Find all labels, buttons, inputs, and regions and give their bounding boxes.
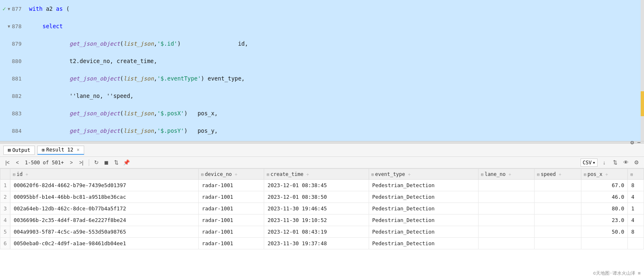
code-line: 879 get_json_object(list_json,'$.id') id… — [0, 35, 644, 52]
tab-result-close[interactable]: × — [77, 147, 80, 153]
col-pos-x[interactable]: ⊞pos_x ÷ — [581, 169, 628, 180]
col-id[interactable]: ⊞id ÷ — [10, 169, 199, 180]
refresh-btn[interactable]: ↻ — [92, 159, 101, 167]
code-line: 884 get_json_object(list_json,'$.posY') … — [0, 122, 644, 139]
code-scrollbar-thumb[interactable] — [641, 91, 644, 116]
table-row[interactable]: 1000620f6-82d4-4662-b79e-7439e5d01397rad… — [0, 180, 644, 191]
csv-chevron-icon: ▾ — [593, 160, 595, 166]
table-row[interactable]: 40036696b-2c35-4d4f-87ad-6e2227f8be24rad… — [0, 215, 644, 226]
tab-result-label: Result 12 — [46, 147, 73, 153]
csv-dropdown[interactable]: CSV ▾ — [581, 159, 598, 167]
cell-pos_x: 50.0 — [581, 226, 628, 238]
cell-speed — [535, 238, 581, 249]
cell-lane_no — [478, 191, 534, 203]
watermark: ©天地图·谭水火山泽 ≡ — [593, 270, 641, 276]
table-row[interactable]: 200095bbf-b1e4-46bb-bc81-a9518be36cacrad… — [0, 191, 644, 203]
cell-extra: 1 — [628, 203, 644, 215]
tab-output-label: Output — [12, 147, 30, 153]
table-row[interactable]: 3002a64eb-12db-462c-8dce-0b77b4a5f172rad… — [0, 203, 644, 215]
code-line: ▼878 select — [0, 17, 644, 35]
cell-lane_no — [478, 215, 534, 226]
cell-speed — [535, 226, 581, 238]
col-speed[interactable]: ⊞speed ÷ — [535, 169, 581, 180]
nav-first-btn[interactable]: |< — [3, 159, 12, 167]
code-content: get_json_object(list_json,'$.posY') pos_… — [25, 122, 218, 139]
code-content: get_json_object(list_json,'$.posX') pos_… — [25, 105, 218, 122]
tab-result[interactable]: ⊞ Result 12 × — [37, 146, 84, 155]
cell-create_time: 2023-11-30 19:10:52 — [264, 215, 369, 226]
code-content: with a2 as ( — [25, 0, 70, 17]
line-number: 880 — [0, 58, 25, 64]
cell-speed — [535, 180, 581, 191]
results-table: ⊞id ÷ ⊞device_no ÷ ⊞create_time ÷ ⊞event… — [0, 168, 644, 249]
filter-btn[interactable]: ⇅ — [112, 159, 121, 167]
toolbar-separator-1 — [89, 159, 89, 166]
col-lane-no[interactable]: ⊞lane_no ÷ — [478, 169, 534, 180]
cell-device_no: radar-1001 — [199, 226, 264, 238]
nav-next-btn[interactable]: > — [67, 159, 75, 167]
cell-extra — [628, 238, 644, 249]
cell-extra: 4 — [628, 191, 644, 203]
csv-label: CSV — [583, 160, 592, 166]
code-content: ''brand,''source_image, ''source_num, ''… — [25, 139, 356, 141]
line-fold-icon[interactable]: ▼ — [7, 7, 10, 11]
cell-create_time: 2023-11-30 19:46:45 — [264, 203, 369, 215]
cell-id: 0050eba0-c0c2-4d9f-a1ae-98461db04ee1 — [10, 238, 199, 249]
cell-create_time: 2023-12-01 08:38:50 — [264, 191, 369, 203]
data-table-container[interactable]: ⊞id ÷ ⊞device_no ÷ ⊞create_time ÷ ⊞event… — [0, 168, 644, 278]
result-icon: ⊞ — [42, 147, 45, 153]
line-number: 884 — [0, 128, 25, 134]
table-row[interactable]: 5004a9903-5f87-4c5c-a59e-553d50a98765rad… — [0, 226, 644, 238]
toolbar-right: CSV ▾ ↓ ⇅ 👁 ⚙ — [581, 159, 641, 167]
line-number: 882 — [0, 93, 25, 99]
cell-event_type: Pedestrian_Detection — [369, 226, 478, 238]
col-create-time[interactable]: ⊞create_time ÷ — [264, 169, 369, 180]
row-num-cell: 6 — [0, 238, 10, 249]
cell-speed — [535, 203, 581, 215]
cell-id: 000620f6-82d4-4662-b79e-7439e5d01397 — [10, 180, 199, 191]
cell-device_no: radar-1001 — [199, 238, 264, 249]
row-num-cell: 1 — [0, 180, 10, 191]
cell-lane_no — [478, 180, 534, 191]
pin-btn[interactable]: 📌 — [122, 159, 131, 167]
line-check-icon: ✓ — [2, 5, 6, 12]
line-fold-icon[interactable]: ▼ — [7, 24, 10, 29]
cell-device_no: radar-1001 — [199, 215, 264, 226]
row-num-cell: 4 — [0, 215, 10, 226]
cell-create_time: 2023-11-30 19:37:48 — [264, 238, 369, 249]
cell-event_type: Pedestrian_Detection — [369, 191, 478, 203]
tab-output[interactable]: ▤ Output — [3, 146, 35, 155]
code-scrollbar[interactable] — [641, 0, 644, 141]
col-event-type[interactable]: ⊞event_type ÷ — [369, 169, 478, 180]
page-range: 1-500 of 501+ — [23, 160, 66, 166]
cell-pos_x — [581, 238, 628, 249]
table-header: ⊞id ÷ ⊞device_no ÷ ⊞create_time ÷ ⊞event… — [0, 169, 644, 180]
nav-last-btn[interactable]: >| — [77, 159, 85, 167]
code-line: ✓▼877with a2 as ( — [0, 0, 644, 17]
results-toolbar: |< < 1-500 of 501+ > >| ↻ ◼ ⇅ 📌 CSV ▾ ↓ … — [0, 157, 644, 168]
cell-create_time: 2023-12-01 08:43:19 — [264, 226, 369, 238]
cell-pos_x: 46.0 — [581, 191, 628, 203]
code-line: 881 get_json_object(list_json,'$.eventTy… — [0, 70, 644, 87]
more-settings-btn[interactable]: ⚙ — [632, 159, 641, 167]
sort-btn[interactable]: ⇅ — [611, 159, 619, 167]
download-btn[interactable]: ↓ — [600, 159, 608, 167]
cell-pos_x: 67.0 — [581, 180, 628, 191]
cell-id: 004a9903-5f87-4c5c-a59e-553d50a98765 — [10, 226, 199, 238]
line-number: ✓▼877 — [0, 5, 25, 12]
code-line: 883 get_json_object(list_json,'$.posX') … — [0, 105, 644, 122]
cell-id: 002a64eb-12db-462c-8dce-0b77b4a5f172 — [10, 203, 199, 215]
cell-speed — [535, 191, 581, 203]
code-content: get_json_object(list_json,'$.id') id, — [25, 35, 248, 52]
line-number: 881 — [0, 76, 25, 82]
view-btn[interactable]: 👁 — [622, 159, 630, 167]
row-num-cell: 3 — [0, 203, 10, 215]
col-device-no[interactable]: ⊞device_no ÷ — [199, 169, 264, 180]
table-row[interactable]: 60050eba0-c0c2-4d9f-a1ae-98461db04ee1rad… — [0, 238, 644, 249]
col-extra[interactable]: ⊞ — [628, 169, 644, 180]
table-body: 1000620f6-82d4-4662-b79e-7439e5d01397rad… — [0, 180, 644, 249]
nav-prev-btn[interactable]: < — [13, 159, 22, 167]
tab-bar: ▤ Output ⊞ Result 12 × — [0, 144, 644, 157]
stop-btn[interactable]: ◼ — [102, 159, 111, 167]
cell-create_time: 2023-12-01 08:38:45 — [264, 180, 369, 191]
